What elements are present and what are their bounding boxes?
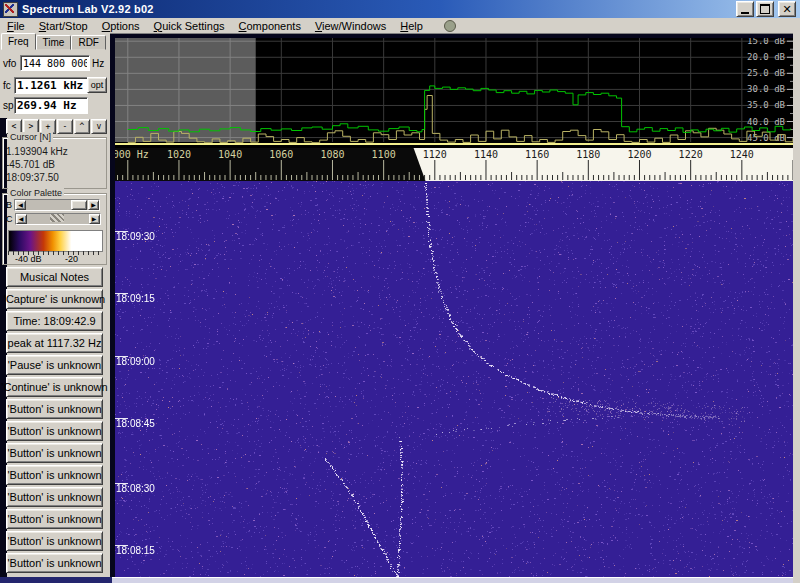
- palette-group-title: Color Palette: [8, 188, 64, 198]
- right-window-border: [793, 33, 800, 583]
- waterfall-time-label: 18:08:45: [116, 419, 155, 429]
- waterfall-time-label: 18:09:00: [116, 357, 155, 367]
- freq-tick-label: 1060: [269, 149, 293, 160]
- unknown-button-7[interactable]: 'Button' is unknown: [6, 531, 103, 551]
- db-tick-label: 45.0 dB: [747, 133, 785, 143]
- menu-start-stop[interactable]: Start/Stop: [32, 19, 95, 33]
- vfo-row: vfo Hz: [0, 55, 110, 73]
- menu-bar: FileStart/StopOptionsQuick SettingsCompo…: [0, 18, 800, 34]
- cursor-group-title: Cursor [N]: [8, 132, 53, 142]
- waterfall-canvas[interactable]: [115, 181, 793, 577]
- continue-status-button[interactable]: 'Continue' is unknown: [6, 377, 103, 397]
- db-tick-label: 40.0 dB: [747, 117, 785, 127]
- freq-tick-label: 1080: [320, 149, 344, 160]
- waterfall-time-label: 18:08:30: [116, 484, 155, 494]
- waterfall-time-label: 18:09:30: [116, 232, 155, 242]
- slider-right-arrow-icon[interactable]: ▶: [89, 214, 100, 224]
- control-panel: FreqTimeRDF vfo Hz fc opt sp <>+-^v Curs…: [0, 33, 110, 583]
- cursor-level: -45.701 dB: [3, 158, 106, 171]
- vfo-unit-label: Hz: [92, 58, 104, 69]
- maximize-icon: [760, 4, 770, 14]
- pause-status-button[interactable]: 'Pause' is unknown: [6, 355, 103, 375]
- musical-notes-button[interactable]: Musical Notes: [6, 267, 103, 287]
- decrease-button[interactable]: -: [57, 119, 73, 134]
- freq-tick-label: 1020: [167, 149, 191, 160]
- db-tick-label: 25.0 dB: [747, 68, 785, 78]
- vfo-input[interactable]: [20, 55, 90, 71]
- palette-gradient-bar: [8, 230, 103, 252]
- db-tick-label: 30.0 dB: [747, 84, 785, 94]
- tab-freq[interactable]: Freq: [1, 33, 36, 50]
- waterfall-display[interactable]: 18:09:3018:09:1518:09:0018:08:4518:08:30…: [115, 181, 793, 577]
- unknown-button-5[interactable]: 'Button' is unknown: [6, 487, 103, 507]
- menu-quick-settings[interactable]: Quick Settings: [147, 19, 232, 33]
- cursor-readout-group: Cursor [N] 1.193904 kHz -45.701 dB 18:09…: [2, 137, 107, 189]
- app-icon: [3, 2, 18, 17]
- fc-options-button[interactable]: opt: [87, 77, 107, 93]
- horizontal-scrollbar[interactable]: [112, 577, 793, 583]
- time-display-button[interactable]: Time: 18:09:42.9: [6, 311, 103, 331]
- unknown-button-1[interactable]: 'Button' is unknown: [6, 399, 103, 419]
- fc-input[interactable]: [14, 77, 88, 94]
- tab-time[interactable]: Time: [36, 35, 72, 50]
- bottom-left-border: [0, 577, 112, 583]
- freq-tick-label: 1140: [474, 149, 498, 160]
- freq-tick-label: 1100: [372, 149, 396, 160]
- maximize-button[interactable]: [756, 1, 774, 17]
- brightness-row: B ◀ ▶: [6, 199, 100, 210]
- menu-view-windows[interactable]: View/Windows: [308, 19, 393, 33]
- menu-help[interactable]: Help: [393, 19, 430, 33]
- freq-tick-label: 1180: [576, 149, 600, 160]
- freq-tick-label: 1200: [627, 149, 651, 160]
- fc-label: fc: [3, 80, 11, 91]
- tab-rdf[interactable]: RDF: [71, 35, 106, 50]
- capture-status-button[interactable]: 'Capture' is unknown: [6, 289, 103, 309]
- frequency-ruler[interactable]: 1000 Hz102010401060108011001120114011601…: [115, 148, 793, 181]
- db-tick-label: 15.0 dB: [747, 38, 785, 46]
- sp-row: sp: [0, 97, 110, 115]
- menu-file[interactable]: File: [0, 19, 32, 33]
- db-tick-label: 20.0 dB: [747, 52, 785, 62]
- slider-right-arrow-icon[interactable]: ▶: [88, 200, 99, 210]
- freq-tick-label: 1000 Hz: [115, 149, 149, 160]
- contrast-slider[interactable]: ◀ ▶: [15, 213, 101, 225]
- brightness-slider-thumb[interactable]: [71, 200, 87, 210]
- peak-display-button[interactable]: peak at 1117.32 Hz: [6, 333, 103, 353]
- up-button[interactable]: ^: [74, 119, 90, 134]
- down-button[interactable]: v: [91, 119, 107, 134]
- spectrum-display[interactable]: 15.0 dB20.0 dB25.0 dB30.0 dB35.0 dB40.0 …: [115, 38, 793, 148]
- cursor-time: 18:09:37.50: [3, 171, 106, 184]
- slider-left-arrow-icon[interactable]: ◀: [16, 214, 27, 224]
- macro-button-column: Musical Notes'Capture' is unknownTime: 1…: [6, 267, 103, 573]
- menu-options[interactable]: Options: [95, 19, 147, 33]
- freq-tick-label: 1040: [218, 149, 242, 160]
- close-icon: ✕: [782, 3, 791, 16]
- fc-row: fc opt: [0, 77, 110, 95]
- slider-left-arrow-icon[interactable]: ◀: [15, 200, 26, 210]
- contrast-row: C ◀ ▶: [6, 213, 101, 224]
- color-palette-group: Color Palette B ◀ ▶ C ◀ ▶ -40 dB: [2, 193, 107, 265]
- unknown-button-4[interactable]: 'Button' is unknown: [6, 465, 103, 485]
- spectrum-lab-window: Spectrum Lab V2.92 b02 ✕ FileStart/StopO…: [0, 0, 800, 583]
- menu-components[interactable]: Components: [232, 19, 308, 33]
- sp-input[interactable]: [14, 97, 88, 114]
- vfo-label: vfo: [3, 58, 16, 69]
- minimize-button[interactable]: [736, 1, 754, 17]
- unknown-button-8[interactable]: 'Button' is unknown: [6, 553, 103, 573]
- freq-tick-label: 1220: [679, 149, 703, 160]
- unknown-button-2[interactable]: 'Button' is unknown: [6, 421, 103, 441]
- brightness-slider[interactable]: ◀ ▶: [14, 199, 100, 211]
- freq-tick-label: 1160: [525, 149, 549, 160]
- close-button[interactable]: ✕: [778, 1, 796, 17]
- palette-scale-min-label: -40 dB: [15, 254, 42, 264]
- unknown-button-3[interactable]: 'Button' is unknown: [6, 443, 103, 463]
- contrast-slider-thumb[interactable]: [50, 214, 64, 222]
- grey-region: [115, 38, 256, 142]
- waterfall-time-label: 18:09:15: [116, 294, 155, 304]
- window-title: Spectrum Lab V2.92 b02: [22, 3, 154, 15]
- brightness-label: B: [6, 200, 12, 210]
- title-bar[interactable]: Spectrum Lab V2.92 b02 ✕: [0, 0, 800, 18]
- unknown-button-6[interactable]: 'Button' is unknown: [6, 509, 103, 529]
- freq-tick-label: 1240: [730, 149, 754, 160]
- tab-strip: FreqTimeRDF: [1, 33, 106, 50]
